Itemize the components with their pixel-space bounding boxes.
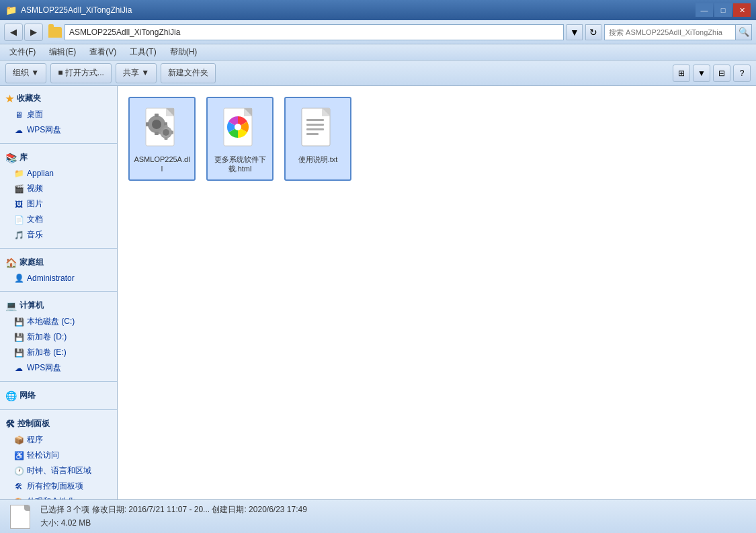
favorites-header[interactable]: ★ 收藏夹: [0, 90, 117, 107]
network-header[interactable]: 🌐 网络: [0, 387, 117, 404]
wps-cloud-icon: ☁: [13, 125, 24, 136]
wps-cloud-label: WPS网盘: [27, 124, 61, 136]
sidebar-item-wps-cloud[interactable]: ☁ WPS网盘: [0, 122, 117, 138]
homegroup-section: 🏠 家庭组 👤 Administrator: [0, 250, 117, 290]
sidebar-item-programs[interactable]: 📦 程序: [0, 432, 117, 448]
network-section: 🌐 网络: [0, 383, 117, 408]
easy-access-label: 轻松访问: [27, 450, 59, 461]
all-control-label: 所有控制面板项: [27, 481, 83, 492]
sidebar-item-desktop[interactable]: 🖥 桌面: [0, 107, 117, 122]
txt-file-label: 使用说明.txt: [298, 155, 338, 164]
control-panel-header[interactable]: 🛠 控制面板: [0, 415, 117, 432]
view-icon-button[interactable]: ⊞: [673, 65, 690, 82]
video-icon: 🎬: [13, 183, 24, 194]
drive-e-icon: 💾: [13, 347, 24, 358]
sidebar-item-clock[interactable]: 🕐 时钟、语言和区域: [0, 463, 117, 479]
back-button[interactable]: ◀: [4, 24, 23, 41]
address-input[interactable]: [65, 24, 564, 40]
drive-c-label: 本地磁盘 (C:): [27, 316, 75, 327]
network-label: 网络: [19, 390, 36, 401]
homegroup-icon: 🏠: [5, 257, 17, 268]
sidebar-item-appearance[interactable]: 🎨 外观和个性化: [0, 494, 117, 499]
library-label: 库: [19, 152, 28, 163]
sidebar-item-drive-c[interactable]: 💾 本地磁盘 (C:): [0, 314, 117, 329]
search-input[interactable]: [605, 25, 735, 40]
programs-icon: 📦: [13, 435, 24, 446]
administrator-icon: 👤: [13, 273, 24, 284]
sidebar-item-applian[interactable]: 📁 Applian: [0, 166, 117, 181]
share-button[interactable]: 共享 ▼: [116, 63, 157, 83]
sidebar-item-drive-e[interactable]: 💾 新加卷 (E:): [0, 345, 117, 360]
sidebar-item-drive-d[interactable]: 💾 新加卷 (D:): [0, 329, 117, 345]
status-doc-container: [8, 505, 32, 529]
window-icon: 📁: [5, 5, 17, 15]
pane-button[interactable]: ⊟: [713, 65, 730, 82]
dll-file-label: ASMLOP225A.dll: [134, 155, 190, 174]
file-item-dll[interactable]: ASMLOP225A.dll: [128, 97, 196, 181]
drive-d-icon: 💾: [13, 332, 24, 343]
file-item-txt[interactable]: 使用说明.txt: [284, 97, 351, 181]
svg-rect-12: [165, 137, 168, 140]
sidebar-item-all-control[interactable]: 🛠 所有控制面板项: [0, 479, 117, 494]
drive-c-icon: 💾: [13, 317, 24, 327]
svg-rect-5: [155, 114, 159, 117]
sidebar-item-wps-cloud2[interactable]: ☁ WPS网盘: [0, 360, 117, 376]
open-mode-button[interactable]: ■ 打开方式...: [50, 63, 112, 83]
sidebar-item-administrator[interactable]: 👤 Administrator: [0, 271, 117, 286]
sidebar-item-music[interactable]: 🎵 音乐: [0, 227, 117, 243]
help-button[interactable]: ?: [733, 65, 751, 82]
favorites-section: ★ 收藏夹 🖥 桌面 ☁ WPS网盘: [0, 86, 117, 142]
menu-tools[interactable]: 工具(T): [126, 45, 160, 59]
sidebar-item-doc[interactable]: 📄 文档: [0, 212, 117, 227]
search-button[interactable]: 🔍: [735, 25, 751, 40]
status-line2: 大小: 4.02 MB: [40, 517, 307, 530]
clock-icon: 🕐: [13, 466, 24, 477]
video-label: 视频: [27, 183, 43, 194]
minimize-button[interactable]: —: [696, 3, 713, 17]
maximize-button[interactable]: □: [714, 3, 732, 17]
homegroup-header[interactable]: 🏠 家庭组: [0, 254, 117, 271]
organize-button[interactable]: 组织 ▼: [5, 63, 46, 83]
image-icon: 🖼: [13, 199, 24, 210]
menu-help[interactable]: 帮助(H): [166, 45, 202, 59]
status-line1: 已选择 3 个项 修改日期: 2016/7/21 11:07 - 20... 创…: [40, 503, 307, 516]
txt-icon-container: [294, 104, 341, 151]
address-go-button[interactable]: ▼: [566, 24, 583, 40]
image-label: 图片: [27, 198, 43, 210]
file-area: ASMLOP225A.dll: [118, 86, 756, 499]
svg-rect-7: [146, 122, 149, 126]
wps-cloud2-label: WPS网盘: [27, 362, 61, 374]
sidebar: ★ 收藏夹 🖥 桌面 ☁ WPS网盘 📚 库: [0, 86, 118, 499]
close-button[interactable]: ✕: [733, 3, 751, 17]
computer-label: 计算机: [19, 300, 44, 311]
computer-section: 💻 计算机 💾 本地磁盘 (C:) 💾 新加卷 (D:) 💾 新加卷 (E:) …: [0, 293, 117, 380]
refresh-button[interactable]: ↻: [585, 24, 601, 40]
menu-edit[interactable]: 编辑(E): [45, 45, 80, 59]
svg-rect-6: [155, 132, 159, 135]
svg-rect-22: [306, 119, 324, 121]
star-icon: ★: [5, 93, 14, 104]
file-item-html[interactable]: 更多系统软件下载.html: [206, 97, 274, 181]
wps-cloud2-icon: ☁: [13, 363, 24, 374]
html-file-label: 更多系统软件下载.html: [214, 155, 266, 174]
txt-icon: [296, 106, 339, 149]
window-title: ASMLOP225Adll_XiTongZhiJia: [21, 5, 132, 15]
computer-header[interactable]: 💻 计算机: [0, 297, 117, 314]
sidebar-item-video[interactable]: 🎬 视频: [0, 181, 117, 196]
new-folder-button[interactable]: 新建文件夹: [161, 63, 216, 83]
all-control-icon: 🛠: [13, 481, 24, 492]
sidebar-item-easy-access[interactable]: ♿ 轻松访问: [0, 448, 117, 463]
menu-view[interactable]: 查看(V): [85, 45, 120, 59]
view-dropdown-button[interactable]: ▼: [693, 65, 710, 82]
library-header[interactable]: 📚 库: [0, 149, 117, 166]
menu-file[interactable]: 文件(F): [5, 45, 40, 59]
sidebar-item-image[interactable]: 🖼 图片: [0, 196, 117, 212]
status-text: 已选择 3 个项 修改日期: 2016/7/21 11:07 - 20... 创…: [40, 503, 307, 529]
administrator-label: Administrator: [27, 274, 75, 283]
html-icon-container: [216, 104, 263, 151]
applian-icon: 📁: [13, 168, 24, 179]
svg-rect-24: [306, 128, 324, 130]
title-bar-left: 📁 ASMLOP225Adll_XiTongZhiJia: [5, 5, 132, 15]
svg-rect-23: [306, 124, 324, 126]
forward-button[interactable]: ▶: [24, 24, 43, 41]
